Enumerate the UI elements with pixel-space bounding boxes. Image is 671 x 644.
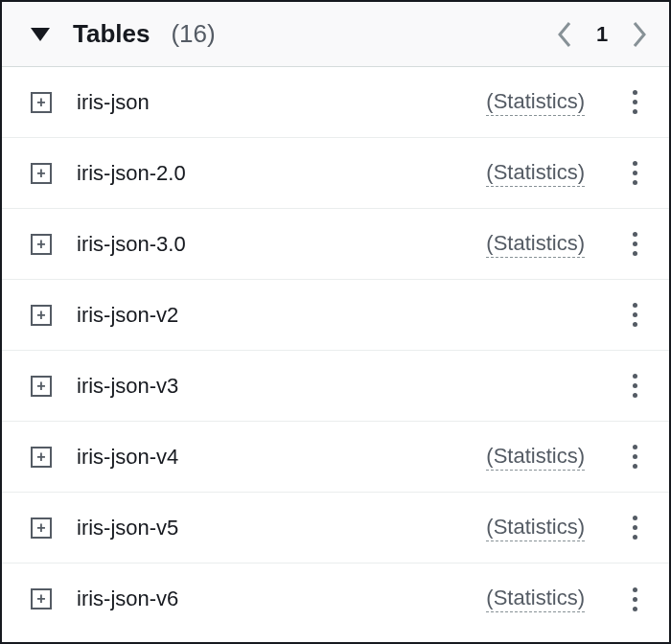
dot-icon xyxy=(633,251,637,256)
table-name[interactable]: iris-json-v2 xyxy=(77,303,585,328)
chevron-left-icon xyxy=(556,20,573,49)
dot-icon xyxy=(633,303,637,308)
dot-icon xyxy=(633,100,637,104)
table-name[interactable]: iris-json-v6 xyxy=(77,586,465,611)
statistics-link[interactable]: (Statistics) xyxy=(486,586,585,612)
chevron-right-icon xyxy=(631,20,648,49)
expand-icon[interactable]: + xyxy=(31,588,52,610)
plus-icon: + xyxy=(36,237,45,252)
dot-icon xyxy=(633,525,637,530)
dot-icon xyxy=(633,232,637,237)
dot-icon xyxy=(633,109,637,114)
prev-page-button[interactable] xyxy=(556,20,573,49)
dot-icon xyxy=(633,90,637,95)
pager: 1 xyxy=(556,20,648,49)
table-name[interactable]: iris-json-2.0 xyxy=(77,161,465,186)
table-row: +iris-json-v6(Statistics) xyxy=(2,564,669,634)
plus-icon: + xyxy=(36,449,45,465)
table-row: +iris-json-v3 xyxy=(2,351,669,422)
dot-icon xyxy=(633,445,637,449)
statistics-link[interactable]: (Statistics) xyxy=(486,444,585,471)
row-menu-button[interactable] xyxy=(621,161,648,185)
row-menu-button[interactable] xyxy=(621,587,648,611)
plus-icon: + xyxy=(36,520,45,536)
dot-icon xyxy=(633,587,637,592)
plus-icon: + xyxy=(36,308,45,323)
statistics-link[interactable]: (Statistics) xyxy=(486,515,585,541)
page-number: 1 xyxy=(592,22,612,47)
expand-icon[interactable]: + xyxy=(31,92,52,113)
expand-icon[interactable]: + xyxy=(31,163,52,184)
dot-icon xyxy=(633,383,637,388)
statistics-link[interactable]: (Statistics) xyxy=(486,89,585,116)
row-menu-button[interactable] xyxy=(621,232,648,256)
table-row: +iris-json-2.0(Statistics) xyxy=(2,138,669,209)
dot-icon xyxy=(633,597,637,602)
dot-icon xyxy=(633,464,637,469)
expand-icon[interactable]: + xyxy=(31,447,52,468)
table-name[interactable]: iris-json-3.0 xyxy=(77,232,465,257)
plus-icon: + xyxy=(36,591,45,607)
dot-icon xyxy=(633,171,637,175)
statistics-link[interactable]: (Statistics) xyxy=(486,231,585,258)
dot-icon xyxy=(633,322,637,327)
table-rows: +iris-json(Statistics)+iris-json-2.0(Sta… xyxy=(2,67,669,634)
dot-icon xyxy=(633,393,637,398)
row-menu-button[interactable] xyxy=(621,516,648,540)
dot-icon xyxy=(633,516,637,520)
panel-count: (16) xyxy=(171,19,541,49)
expand-icon[interactable]: + xyxy=(31,518,52,539)
row-menu-button[interactable] xyxy=(621,90,648,114)
collapse-caret-icon[interactable] xyxy=(31,28,50,41)
dot-icon xyxy=(633,312,637,317)
dot-icon xyxy=(633,180,637,185)
plus-icon: + xyxy=(36,166,45,181)
expand-icon[interactable]: + xyxy=(31,305,52,326)
tables-panel: Tables (16) 1 +iris-json(Statistics)+iri… xyxy=(0,0,671,644)
expand-icon[interactable]: + xyxy=(31,234,52,255)
table-name[interactable]: iris-json-v5 xyxy=(77,516,465,540)
table-name[interactable]: iris-json-v4 xyxy=(77,445,465,470)
dot-icon xyxy=(633,535,637,540)
dot-icon xyxy=(633,454,637,459)
row-menu-button[interactable] xyxy=(621,374,648,398)
plus-icon: + xyxy=(36,379,45,394)
panel-title: Tables xyxy=(73,19,150,49)
table-row: +iris-json-v2 xyxy=(2,280,669,351)
dot-icon xyxy=(633,374,637,379)
tables-header: Tables (16) 1 xyxy=(2,2,669,67)
table-row: +iris-json-3.0(Statistics) xyxy=(2,209,669,280)
dot-icon xyxy=(633,161,637,166)
next-page-button[interactable] xyxy=(631,20,648,49)
table-name[interactable]: iris-json xyxy=(77,90,465,115)
row-menu-button[interactable] xyxy=(621,445,648,469)
statistics-link[interactable]: (Statistics) xyxy=(486,160,585,187)
table-row: +iris-json-v5(Statistics) xyxy=(2,493,669,564)
dot-icon xyxy=(633,607,637,611)
expand-icon[interactable]: + xyxy=(31,376,52,397)
table-row: +iris-json-v4(Statistics) xyxy=(2,422,669,493)
table-name[interactable]: iris-json-v3 xyxy=(77,374,585,399)
dot-icon xyxy=(633,242,637,246)
row-menu-button[interactable] xyxy=(621,303,648,327)
plus-icon: + xyxy=(36,95,45,110)
table-row: +iris-json(Statistics) xyxy=(2,67,669,138)
